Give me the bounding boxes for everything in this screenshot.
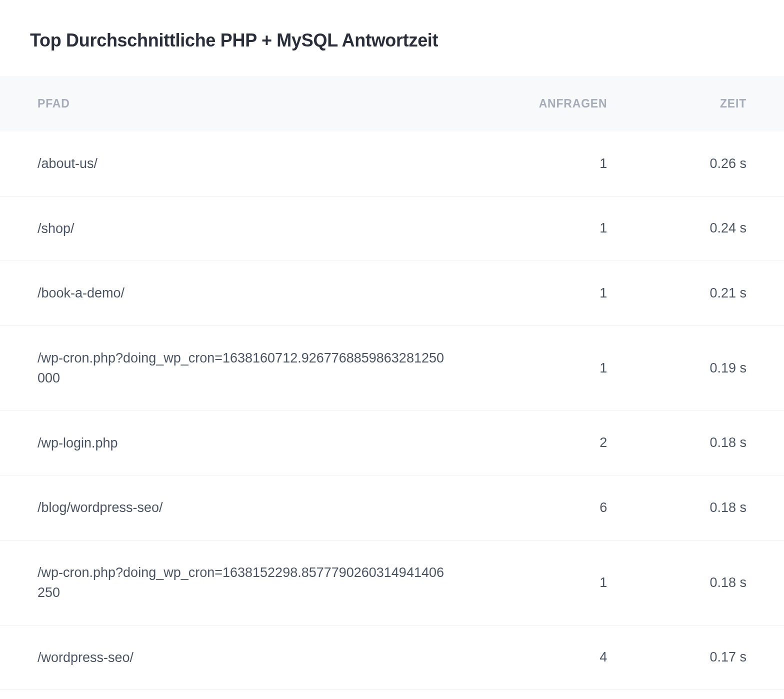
- table-row[interactable]: /book-a-demo/ 1 0.21 s: [0, 261, 784, 326]
- report-panel: Top Durchschnittliche PHP + MySQL Antwor…: [0, 0, 784, 690]
- table-row[interactable]: /about-us/ 1 0.26 s: [0, 132, 784, 196]
- table-row[interactable]: /wp-login.php 2 0.18 s: [0, 410, 784, 476]
- cell-requests: 1: [470, 261, 628, 326]
- cell-path: /book-a-demo/: [0, 261, 470, 326]
- cell-time: 0.17 s: [627, 625, 784, 690]
- table-row[interactable]: /wp-cron.php?doing_wp_cron=1638160712.92…: [0, 326, 784, 410]
- cell-requests: 1: [470, 132, 628, 196]
- table-row[interactable]: /wp-cron.php?doing_wp_cron=1638152298.85…: [0, 540, 784, 625]
- cell-time: 0.24 s: [627, 196, 784, 261]
- cell-time: 0.21 s: [627, 261, 784, 326]
- page-title: Top Durchschnittliche PHP + MySQL Antwor…: [0, 0, 784, 76]
- column-header-requests[interactable]: ANFRAGEN: [470, 76, 628, 132]
- column-header-path[interactable]: PFAD: [0, 76, 470, 132]
- cell-requests: 1: [470, 326, 628, 410]
- cell-requests: 1: [470, 540, 628, 625]
- cell-requests: 1: [470, 196, 628, 261]
- cell-time: 0.18 s: [627, 540, 784, 625]
- table-row[interactable]: /shop/ 1 0.24 s: [0, 196, 784, 261]
- response-time-table: PFAD ANFRAGEN ZEIT /about-us/ 1 0.26 s /…: [0, 76, 784, 690]
- cell-time: 0.18 s: [627, 410, 784, 476]
- cell-path: /blog/wordpress-seo/: [0, 476, 470, 540]
- table-row[interactable]: /blog/wordpress-seo/ 6 0.18 s: [0, 476, 784, 540]
- cell-time: 0.26 s: [627, 132, 784, 196]
- cell-path: /wp-login.php: [0, 410, 470, 476]
- table-header-row: PFAD ANFRAGEN ZEIT: [0, 76, 784, 132]
- cell-path: /about-us/: [0, 132, 470, 196]
- table-body: /about-us/ 1 0.26 s /shop/ 1 0.24 s /boo…: [0, 132, 784, 690]
- cell-path: /wordpress-seo/: [0, 625, 470, 690]
- cell-path: /wp-cron.php?doing_wp_cron=1638152298.85…: [0, 540, 470, 625]
- cell-path: /wp-cron.php?doing_wp_cron=1638160712.92…: [0, 326, 470, 410]
- cell-requests: 6: [470, 476, 628, 540]
- cell-time: 0.18 s: [627, 476, 784, 540]
- cell-time: 0.19 s: [627, 326, 784, 410]
- column-header-time[interactable]: ZEIT: [627, 76, 784, 132]
- table-row[interactable]: /wordpress-seo/ 4 0.17 s: [0, 625, 784, 690]
- cell-requests: 2: [470, 410, 628, 476]
- cell-path: /shop/: [0, 196, 470, 261]
- cell-requests: 4: [470, 625, 628, 690]
